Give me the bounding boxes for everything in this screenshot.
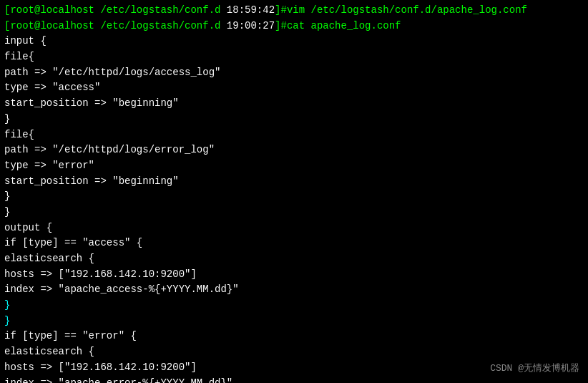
terminal-line: hosts => ["192.168.142.10:9200"] xyxy=(4,267,584,283)
terminal-line: path => "/etc/httpd/logs/error_log" xyxy=(4,142,584,158)
terminal-line: } xyxy=(4,189,584,205)
terminal-text: } xyxy=(4,206,10,218)
terminal-line: elasticsearch { xyxy=(4,251,584,267)
terminal-line: output { xyxy=(4,220,584,236)
terminal-line: elasticsearch { xyxy=(4,344,584,360)
terminal-text: ]#cat apache_log.conf xyxy=(275,20,401,31)
terminal-text: elasticsearch { xyxy=(4,346,94,357)
terminal-line: start_position => "beginning" xyxy=(4,174,584,190)
terminal-text: path => "/etc/httpd/logs/error_log" xyxy=(4,144,215,155)
terminal-text: path => "/etc/httpd/logs/access_log" xyxy=(4,67,220,78)
terminal-line: } xyxy=(4,314,584,329)
watermark: CSDN @无情发博机器 xyxy=(490,362,579,374)
terminal-line: [root@localhost /etc/logstash/conf.d 19:… xyxy=(4,19,584,34)
terminal-text: input { xyxy=(4,35,46,47)
terminal-text: start_position => "beginning" xyxy=(4,97,179,109)
terminal-line: if [type] == "access" { xyxy=(4,236,584,251)
terminal-line: type => "access" xyxy=(4,80,584,96)
terminal-line: } xyxy=(4,205,584,220)
terminal-text: type => "error" xyxy=(4,160,94,171)
terminal-line: input { xyxy=(4,34,584,49)
terminal-text: 18:59:42 xyxy=(227,4,275,16)
terminal-text: output { xyxy=(4,222,52,233)
terminal-text: [root@localhost /etc/logstash/conf.d xyxy=(4,4,227,16)
terminal-line: index => "apache_error-%{+YYYY.MM.dd}" xyxy=(4,376,584,384)
terminal-text: } xyxy=(4,113,10,125)
terminal-text: file{ xyxy=(4,51,34,62)
terminal-content: [root@localhost /etc/logstash/conf.d 18:… xyxy=(4,3,584,383)
terminal-text: if [type] == "access" { xyxy=(4,237,142,248)
terminal-line: if [type] == "error" { xyxy=(4,329,584,344)
terminal-text: start_position => "beginning" xyxy=(4,175,179,187)
terminal-text: type => "access" xyxy=(4,82,100,93)
terminal-text: file{ xyxy=(4,129,34,140)
terminal-text: } xyxy=(4,315,10,326)
terminal-text: hosts => ["192.168.142.10:9200"] xyxy=(4,362,197,373)
terminal-line: [root@localhost /etc/logstash/conf.d 18:… xyxy=(4,3,584,19)
terminal-text: 19:00:27 xyxy=(227,20,275,31)
terminal-text: } xyxy=(4,299,10,311)
terminal-line: type => "error" xyxy=(4,158,584,174)
terminal-window: [root@localhost /etc/logstash/conf.d 18:… xyxy=(0,0,588,383)
terminal-text: } xyxy=(4,190,10,202)
terminal-line: file{ xyxy=(4,49,584,65)
terminal-text: hosts => ["192.168.142.10:9200"] xyxy=(4,268,197,280)
terminal-text: elasticsearch { xyxy=(4,253,94,264)
terminal-line: start_position => "beginning" xyxy=(4,96,584,112)
terminal-text: [root@localhost /etc/logstash/conf.d xyxy=(4,20,227,31)
terminal-text: index => "apache_access-%{+YYYY.MM.dd}" xyxy=(4,283,239,295)
terminal-line: index => "apache_access-%{+YYYY.MM.dd}" xyxy=(4,282,584,298)
terminal-line: path => "/etc/httpd/logs/access_log" xyxy=(4,65,584,81)
terminal-text: index => "apache_error-%{+YYYY.MM.dd}" xyxy=(4,377,232,384)
terminal-line: } xyxy=(4,112,584,127)
terminal-line: } xyxy=(4,298,584,314)
terminal-text: if [type] == "error" { xyxy=(4,330,137,341)
terminal-text: ]#vim /etc/logstash/conf.d/apache_log.co… xyxy=(275,4,527,16)
terminal-line: file{ xyxy=(4,127,584,143)
